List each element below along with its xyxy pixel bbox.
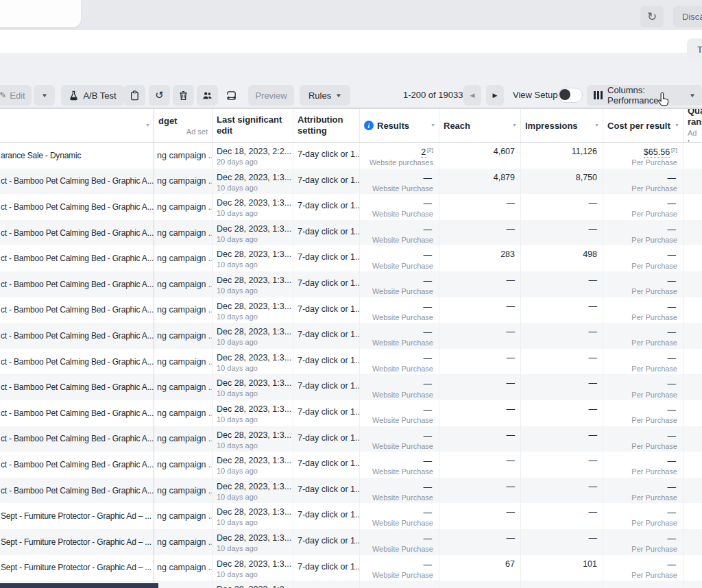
col-quality-ranking[interactable]: Quality ranking Ad r... [683,109,702,142]
cell-adset-name[interactable]: ct - Bamboo Pet Calming Bed - Graphic A.… [0,323,154,349]
cell-last-edit: Dec 28, 2023, 1:3... 10 days ago [213,194,293,220]
cell-results: 2[2] Website purchases [360,143,439,169]
table-row[interactable]: ct - Bamboo Pet Calming Bed - Graphic A.… [0,323,702,349]
cell-attribution: 7-day click or 1... [293,374,360,400]
cell-impressions: — [521,323,603,349]
table-row[interactable]: ct - Bamboo Pet Calming Bed - Graphic A.… [0,245,702,271]
table-row[interactable]: arance Sale - Dynamic ng campaign ... De… [0,143,702,169]
cell-cost-per-result: — Per Purchase [603,194,683,220]
table-row[interactable]: ct - Bamboo Pet Calming Bed - Graphic A.… [0,374,702,400]
table-row[interactable]: Sept - Furniture Protector - Graphic Ad … [0,555,702,581]
sort-caret-icon[interactable]: ▼ [431,123,435,127]
ab-test-button[interactable]: A/B Test [61,85,124,106]
topbar-white-pill[interactable] [0,0,81,27]
col-results-label: Results [377,121,409,131]
table-row[interactable]: ct - Bamboo Pet Calming Bed - Graphic A.… [0,426,702,452]
edit-dropdown-button[interactable]: ▼ [34,85,55,106]
table-row[interactable]: ct - Bamboo Pet Calming Bed - Graphic A.… [0,478,702,504]
col-impressions[interactable]: Impressions ▼ [521,109,603,142]
preview-button[interactable]: Preview [248,85,294,106]
col-reach[interactable]: Reach ▼ [439,109,521,142]
cell-results: — Website Purchase [360,478,439,504]
cell-cost-per-result: — Per Purchase [603,555,683,581]
cell-adset-name[interactable]: ct - Bamboo Pet Calming Bed - Graphic A.… [0,220,154,246]
cell-results: — Website Purchase [360,271,439,297]
cell-cost-per-result: — Per Purchase [603,271,683,297]
sort-caret-icon[interactable]: ▼ [512,123,517,127]
col-cost-label: Cost per result [607,121,679,131]
table-row[interactable]: ct - Bamboo Pet Calming Bed - Graphic A.… [0,169,702,195]
cell-results: — Website Purchase [360,245,439,271]
table-row[interactable]: ct - Bamboo Pet Calming Bed - Graphic A.… [0,349,702,375]
columns-button[interactable]: Columns: Performance ▼ [587,85,702,106]
t-button-clipped[interactable]: T [687,38,702,61]
cell-results: — Website Purchase [360,374,439,400]
edit-button[interactable]: ✎ Edit [0,85,32,106]
table-row[interactable]: ct - Bamboo Pet Calming Bed - Graphic A.… [0,400,702,426]
discard-button[interactable]: Discard [673,6,702,27]
col-budget[interactable]: dget Ad set [154,109,213,142]
horizontal-scrollbar-thumb[interactable] [0,583,158,588]
cell-budget: ng campaign ... [154,271,213,297]
cell-adset-name[interactable]: Sept - Furniture Protector - Graphic Ad … [0,555,154,581]
cell-adset-name[interactable]: ct - Bamboo Pet Calming Bed - Graphic A.… [0,478,154,504]
table-row[interactable]: Sept - Furniture Protector - Graphic Ad … [0,503,702,529]
cell-budget: ng campaign ... [154,349,213,375]
cell-reach: — [439,271,521,297]
cell-last-edit: Dec 28, 2023, 1:3... 10 days ago [213,169,293,195]
table-row[interactable]: ct - Bamboo Pet Calming Bed - Graphic A.… [0,271,702,297]
col-adset-name[interactable]: ▼ [0,109,154,142]
col-results[interactable]: i Results ▼ [360,109,439,142]
cell-adset-name[interactable]: ct - Bamboo Pet Calming Bed - Graphic A.… [0,271,154,297]
next-page-button[interactable]: ▶ [486,85,504,106]
cell-adset-name[interactable]: ct - Bamboo Pet Calming Bed - Graphic A.… [0,374,154,400]
cell-cost-per-result: — Per Purchase [603,503,683,529]
table-row[interactable]: ct - Bamboo Pet Calming Bed - Graphic A.… [0,452,702,478]
refresh-button[interactable]: ↻ [640,6,664,27]
cell-adset-name[interactable]: ct - Bamboo Pet Calming Bed - Graphic A.… [0,349,154,375]
cell-last-edit: Dec 28, 2023, 1:3... 10 days ago [213,555,293,581]
cell-results: — Website Purchase [360,194,439,220]
table-row[interactable]: ct - Bamboo Pet Calming Bed - Graphic A.… [0,194,702,220]
table-row[interactable]: ct - Bamboo Pet Calming Bed - Graphic A.… [0,297,702,323]
col-cost-per-result[interactable]: Cost per result ▼ [603,109,683,142]
sort-caret-icon[interactable]: ▼ [675,123,679,127]
table-row[interactable]: Sept - Furniture Protector - Graphic Ad … [0,529,702,555]
cell-adset-name[interactable]: ct - Bamboo Pet Calming Bed - Graphic A.… [0,400,154,426]
col-last-significant-edit[interactable]: Last significant edit [213,109,293,142]
cell-budget: ng campaign ... [154,478,213,504]
undo-button[interactable]: ↺ [149,85,170,106]
duplicate-button[interactable] [124,85,145,106]
cell-last-edit: Dec 28, 2023, 1:3... 10 days ago [213,323,293,349]
cell-adset-name[interactable]: ct - Bamboo Pet Calming Bed - Graphic A.… [0,452,154,478]
cell-adset-name[interactable]: ct - Bamboo Pet Calming Bed - Graphic A.… [0,245,154,271]
cell-adset-name[interactable]: Sept - Furniture Protector - Graphic Ad … [0,503,154,529]
cell-adset-name[interactable]: ct - Bamboo Pet Calming Bed - Graphic A.… [0,426,154,452]
table-row[interactable]: ct - Bamboo Pet Calming Bed - Graphic A.… [0,220,702,246]
prev-page-button[interactable]: ◀ [463,85,481,106]
rules-button[interactable]: Rules ▼ [300,85,350,106]
mouse-cursor-hand [655,91,672,108]
cell-attribution: 7-day click or 1... [293,478,360,504]
info-icon[interactable]: i [364,121,374,130]
cell-adset-name[interactable]: ct - Bamboo Pet Calming Bed - Graphic A.… [0,194,154,220]
sort-caret-icon[interactable]: ▼ [594,123,599,127]
cell-adset-name[interactable]: ct - Bamboo Pet Calming Bed - Graphic A.… [0,169,154,195]
cell-results: — Website Purchase [360,297,439,323]
cell-adset-name[interactable]: ct - Bamboo Pet Calming Bed - Graphic A.… [0,297,154,323]
col-attribution-setting[interactable]: Attribution setting [293,109,360,142]
cell-adset-name[interactable]: arance Sale - Dynamic [0,143,154,169]
cell-adset-name[interactable]: Sept - Furniture Protector - Graphic Ad … [0,529,154,555]
cell-impressions: — [521,271,603,297]
frame-arrows-icon [226,90,237,101]
pencil-icon: ✎ [0,90,6,100]
pin-button[interactable] [221,85,242,106]
cell-impressions: — [521,374,603,400]
cell-attribution: 7-day click or 1... [293,143,360,169]
cell-attribution: 7-day click or 1... [293,271,360,297]
audience-button[interactable] [197,85,218,106]
delete-button[interactable] [173,85,194,106]
sort-caret-icon[interactable]: ▼ [145,123,150,127]
cell-quality-ranking [683,478,702,504]
view-setup-toggle[interactable] [558,88,583,103]
